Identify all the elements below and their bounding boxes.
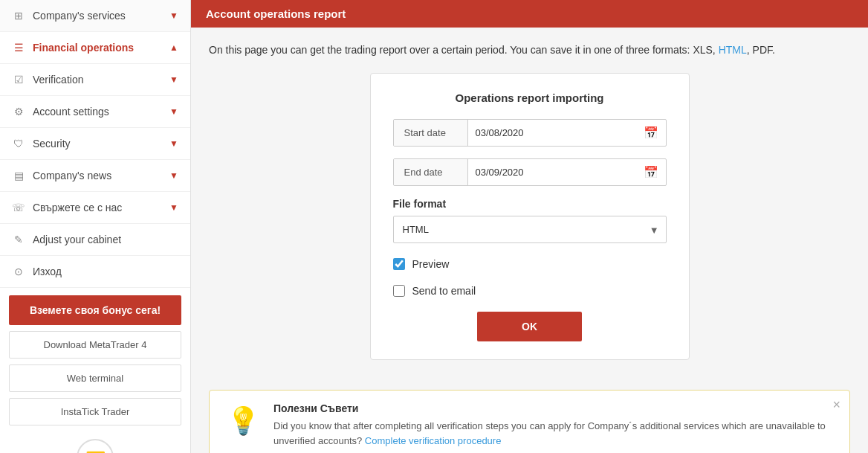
bars-icon: ☰: [12, 41, 25, 54]
main-content: Account operations report On this page y…: [191, 0, 868, 453]
sidebar-bottom: Вземете своя бонус сега! Download MetaTr…: [0, 288, 190, 453]
send-email-row: Send to email: [393, 282, 667, 300]
chevron-icon-v: ▼: [169, 74, 178, 85]
chevron-icon: ▼: [169, 10, 178, 21]
file-format-label: File format: [393, 198, 667, 210]
sidebar-item-verification[interactable]: ☑ Verification ▼: [0, 64, 190, 96]
send-email-checkbox[interactable]: [393, 285, 405, 297]
preview-row: Preview: [393, 255, 667, 273]
lightbulb-icon: 💡: [224, 402, 262, 440]
file-format-wrapper: XLS HTML PDF ▼: [393, 216, 667, 243]
sidebar-item-company-news[interactable]: ▤ Company's news ▼: [0, 160, 190, 192]
sidebar-label-adjust-cabinet: Adjust your cabinet: [33, 234, 121, 245]
tips-title: Полезни Съвети: [273, 402, 835, 414]
sidebar-nav: ⊞ Company's services ▼ ☰ Financial opera…: [0, 0, 190, 288]
sidebar: ⊞ Company's services ▼ ☰ Financial opera…: [0, 0, 191, 453]
operations-form-card: Operations report importing Start date 📅…: [370, 73, 690, 360]
card-icon: 💳: [77, 439, 114, 453]
sidebar-label-financial-operations: Financial operations: [33, 42, 134, 54]
sidebar-item-security[interactable]: 🛡 Security ▼: [0, 128, 190, 160]
chevron-down-icon: ▲: [169, 42, 178, 53]
calendar-icon-end[interactable]: 📅: [636, 159, 666, 185]
content-area: On this page you can get the trading rep…: [191, 28, 868, 375]
check-square-icon: ☑: [12, 73, 25, 86]
sidebar-item-adjust-cabinet[interactable]: ✎ Adjust your cabinet: [0, 224, 190, 256]
start-date-input[interactable]: [468, 120, 636, 146]
sidebar-label-verification: Verification: [33, 74, 83, 86]
chevron-icon-s: ▼: [169, 138, 178, 149]
sidebar-label-security: Security: [33, 138, 71, 150]
sidebar-label-company-news: Company's news: [33, 170, 111, 181]
page-title: Account operations report: [206, 7, 346, 20]
sidebar-item-contact-us[interactable]: ☏ Свържете се с нас ▼: [0, 192, 190, 224]
tips-section: 💡 Полезни Съвети Did you know that after…: [209, 390, 850, 453]
sidebar-label-account-settings: Account settings: [33, 106, 109, 118]
sidebar-label-exit: Изход: [33, 266, 62, 277]
sidebar-item-exit[interactable]: ⊙ Изход: [0, 256, 190, 288]
start-date-row: Start date 📅: [393, 119, 667, 147]
close-icon[interactable]: ×: [832, 398, 841, 411]
html-format-link[interactable]: HTML: [719, 44, 747, 56]
download-metatrader-button[interactable]: Download MetaTrader 4: [9, 331, 181, 359]
instatick-trader-button[interactable]: InstaTick Trader: [9, 398, 181, 425]
form-title: Operations report importing: [393, 91, 667, 104]
gear-icon: ⚙: [12, 105, 25, 118]
page-header-bar: Account operations report: [191, 0, 868, 28]
chevron-icon-cn: ▼: [169, 170, 178, 181]
bonus-button[interactable]: Вземете своя бонус сега!: [9, 295, 181, 325]
sidebar-label-contact-us: Свържете се с нас: [33, 202, 122, 213]
send-email-label[interactable]: Send to email: [412, 285, 476, 297]
end-date-label: End date: [394, 159, 468, 185]
sidebar-label-company-services: Company's services: [33, 10, 126, 22]
preview-label[interactable]: Preview: [412, 258, 450, 270]
web-terminal-button[interactable]: Web terminal: [9, 364, 181, 392]
exit-icon: ⊙: [12, 265, 25, 278]
phone-icon: ☏: [12, 201, 25, 214]
tips-text: Did you know that after completing all v…: [273, 419, 835, 448]
chevron-icon-cu: ▼: [169, 202, 178, 213]
sidebar-item-account-settings[interactable]: ⚙ Account settings ▼: [0, 96, 190, 128]
sidebar-item-company-services[interactable]: ⊞ Company's services ▼: [0, 0, 190, 32]
list-icon: ▤: [12, 169, 25, 182]
calendar-icon-start[interactable]: 📅: [636, 120, 666, 146]
shield-icon: 🛡: [12, 137, 25, 150]
end-date-row: End date 📅: [393, 158, 667, 186]
sidebar-item-financial-operations[interactable]: ☰ Financial operations ▲: [0, 32, 190, 64]
start-date-label: Start date: [394, 120, 468, 146]
page-description: On this page you can get the trading rep…: [209, 42, 850, 58]
grid-icon: ⊞: [12, 9, 25, 22]
end-date-input[interactable]: [468, 159, 636, 185]
verification-link[interactable]: Complete verification procedure: [365, 435, 502, 446]
edit-icon: ✎: [12, 233, 25, 246]
preview-checkbox[interactable]: [393, 258, 405, 270]
chevron-icon-a: ▼: [169, 106, 178, 117]
file-format-select[interactable]: XLS HTML PDF: [393, 216, 667, 243]
ok-button[interactable]: OK: [477, 312, 582, 341]
